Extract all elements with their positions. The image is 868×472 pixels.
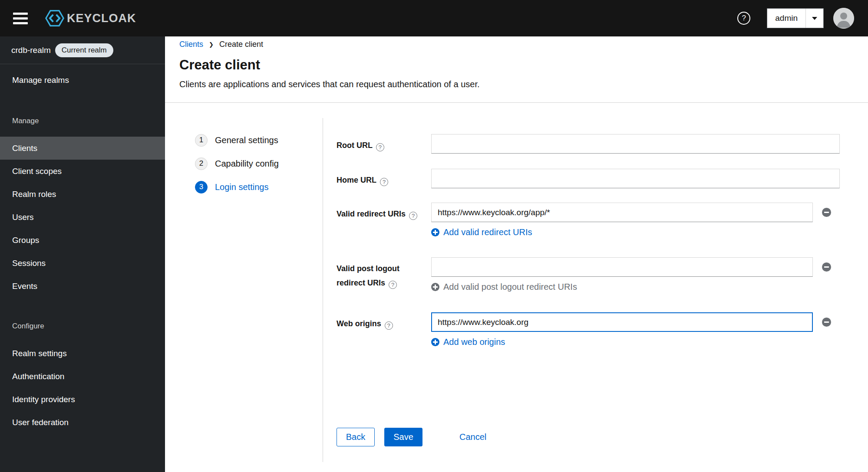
sidebar-item-user-federation[interactable]: User federation [0,411,165,434]
sidebar-item-events[interactable]: Events [0,275,165,298]
current-realm-badge: Current realm [55,43,113,57]
remove-post-logout-uri-icon[interactable] [822,262,831,272]
brand-wordmark: KEYCLOAK [67,12,136,25]
sidebar: crdb-realm Current realm Manage realms M… [0,36,165,472]
masthead: KEYCLOAK admin [0,0,868,36]
wizard-step-capability-config[interactable]: 2 Capability config [195,152,279,175]
keycloak-logo-icon [44,9,65,28]
chevron-right-icon [209,41,214,48]
sidebar-group-configure: Configure [0,321,165,331]
plus-circle-icon [431,338,439,346]
page-subtitle: Clients are applications and services th… [179,79,480,89]
content-divider [165,102,868,103]
help-icon[interactable] [737,12,750,25]
realm-name: crdb-realm [11,46,51,55]
valid-post-logout-redirect-uris-label: Valid post logout redirect URIs [337,262,429,290]
sidebar-item-sessions[interactable]: Sessions [0,252,165,275]
add-valid-post-logout-redirect-uris-button[interactable]: Add valid post logout redirect URIs [431,282,577,292]
remove-web-origin-icon[interactable] [822,318,831,327]
add-valid-redirect-uris-button[interactable]: Add valid redirect URIs [431,227,532,237]
hamburger-menu-icon[interactable] [10,7,30,30]
sidebar-item-groups[interactable]: Groups [0,229,165,252]
current-realm-row: crdb-realm Current realm [0,36,165,64]
breadcrumb-current: Create client [219,40,263,49]
home-url-label: Home URL [337,173,429,187]
wizard-step-login-settings[interactable]: 3 Login settings [195,175,279,199]
sidebar-item-realm-settings[interactable]: Realm settings [0,342,165,365]
main-content: Clients Create client Create client Clie… [165,36,868,472]
help-icon[interactable] [409,212,417,220]
valid-redirect-uris-label: Valid redirect URIs [337,207,429,221]
sidebar-item-identity-providers[interactable]: Identity providers [0,388,165,411]
user-dropdown[interactable]: admin [767,8,824,28]
wizard-step-general-settings[interactable]: 1 General settings [195,128,279,152]
sidebar-group-manage-items: Clients Client scopes Realm roles Users … [0,137,165,298]
sidebar-item-client-scopes[interactable]: Client scopes [0,160,165,183]
help-icon[interactable] [380,178,388,186]
sidebar-group-configure-items: Realm settings Authentication Identity p… [0,342,165,434]
sidebar-item-users[interactable]: Users [0,206,165,229]
web-origins-label: Web origins [337,317,429,331]
page-title: Create client [179,57,260,73]
help-icon[interactable] [376,143,384,151]
home-url-input[interactable] [431,169,840,188]
sidebar-item-manage-realms[interactable]: Manage realms [0,69,165,92]
sidebar-item-clients[interactable]: Clients [0,137,165,160]
keycloak-admin-console: KEYCLOAK admin crdb-realm Current realm [0,0,868,472]
wizard-steps: 1 General settings 2 Capability config 3… [195,128,279,199]
web-origins-input[interactable] [431,312,813,332]
breadcrumb-clients-link[interactable]: Clients [179,40,203,49]
sidebar-item-realm-roles[interactable]: Realm roles [0,183,165,206]
wizard-divider [323,118,323,462]
breadcrumb: Clients Create client [179,40,263,49]
back-button[interactable]: Back [337,428,375,446]
brand-logo: KEYCLOAK [44,9,136,28]
root-url-input[interactable] [431,134,840,154]
cancel-button[interactable]: Cancel [459,428,486,446]
valid-redirect-uris-input[interactable] [431,203,813,222]
step-number-badge: 1 [195,134,208,147]
sidebar-item-authentication[interactable]: Authentication [0,365,165,388]
remove-redirect-uri-icon[interactable] [822,208,831,217]
masthead-right: admin [737,8,868,29]
help-icon[interactable] [385,321,393,330]
help-icon[interactable] [389,281,397,289]
add-web-origins-button[interactable]: Add web origins [431,337,505,347]
step-number-badge: 3 [195,181,208,193]
plus-circle-icon [431,228,439,236]
valid-post-logout-redirect-uris-input[interactable] [431,257,813,277]
sidebar-group-manage: Manage [0,116,165,126]
user-dropdown-label: admin [767,13,805,23]
chevron-down-icon [805,9,823,28]
step-number-badge: 2 [195,157,208,170]
plus-circle-icon [431,283,439,291]
avatar[interactable] [833,8,854,29]
save-button[interactable]: Save [384,428,422,446]
root-url-label: Root URL [337,138,429,153]
